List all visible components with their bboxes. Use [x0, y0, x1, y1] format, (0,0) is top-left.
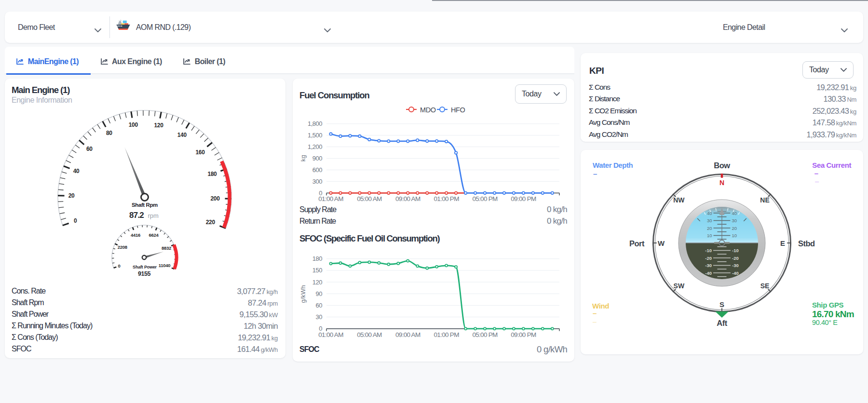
svg-text:NW: NW: [673, 196, 685, 204]
svg-text:20: 20: [68, 192, 75, 199]
svg-text:8832: 8832: [162, 245, 171, 251]
svg-text:01:00 AM: 01:00 AM: [318, 331, 343, 338]
svg-text:-10: -10: [705, 248, 712, 253]
svg-text:87.2: 87.2: [129, 211, 144, 220]
svg-text:220: 220: [206, 219, 216, 226]
svg-text:20: 20: [707, 226, 712, 231]
svg-text:-20: -20: [705, 255, 712, 261]
svg-text:60: 60: [86, 146, 93, 152]
svg-text:09:00 AM: 09:00 AM: [395, 195, 420, 202]
svg-text:60: 60: [316, 302, 323, 309]
svg-text:N: N: [719, 179, 724, 187]
svg-text:1,500: 1,500: [308, 132, 322, 139]
svg-text:-40: -40: [732, 270, 739, 276]
svg-text:09:00 AM: 09:00 AM: [395, 331, 420, 338]
svg-text:E: E: [780, 239, 785, 247]
svg-text:Shaft Rpm: Shaft Rpm: [132, 202, 158, 208]
svg-text:NE: NE: [760, 196, 769, 204]
svg-text:05:00 AM: 05:00 AM: [357, 195, 382, 202]
svg-text:10: 10: [732, 233, 737, 238]
svg-text:120: 120: [154, 122, 163, 129]
svg-text:09:00 PM: 09:00 PM: [511, 195, 536, 202]
svg-text:W: W: [658, 239, 665, 247]
svg-text:-30: -30: [705, 263, 712, 268]
svg-text:SE: SE: [760, 282, 770, 290]
svg-text:40: 40: [73, 168, 80, 175]
svg-text:05:00 PM: 05:00 PM: [472, 331, 498, 338]
svg-text:0: 0: [118, 263, 121, 269]
svg-text:05:00 PM: 05:00 PM: [472, 195, 498, 202]
svg-text:S: S: [719, 300, 724, 309]
svg-text:80: 80: [106, 130, 112, 136]
svg-text:SW: SW: [674, 282, 685, 290]
svg-text:09:00 PM: 09:00 PM: [511, 331, 536, 338]
svg-text:90: 90: [316, 290, 323, 297]
svg-text:100: 100: [129, 121, 138, 128]
svg-text:Shaft Power: Shaft Power: [133, 265, 157, 269]
svg-text:rpm: rpm: [148, 212, 159, 219]
svg-text:-30: -30: [732, 263, 739, 268]
svg-text:2208: 2208: [118, 244, 127, 250]
svg-text:30: 30: [316, 313, 323, 321]
svg-text:6624: 6624: [149, 232, 159, 238]
svg-text:40: 40: [732, 211, 737, 216]
svg-text:180: 180: [207, 171, 217, 177]
svg-text:g/kWh: g/kWh: [299, 285, 307, 303]
svg-text:120: 120: [312, 279, 322, 286]
svg-text:01:00 PM: 01:00 PM: [434, 195, 460, 202]
svg-text:30: 30: [707, 218, 712, 223]
svg-text:140: 140: [177, 132, 187, 138]
svg-text:-10: -10: [732, 248, 739, 253]
svg-text:40: 40: [707, 211, 712, 216]
svg-text:11040: 11040: [159, 263, 170, 268]
svg-text:9155: 9155: [138, 270, 151, 277]
svg-text:kg: kg: [299, 155, 307, 161]
svg-text:150: 150: [312, 267, 322, 274]
svg-text:01:00 AM: 01:00 AM: [318, 195, 343, 202]
svg-text:900: 900: [312, 155, 322, 162]
svg-text:160: 160: [195, 149, 205, 156]
svg-text:200: 200: [210, 195, 220, 202]
svg-text:05:00 AM: 05:00 AM: [357, 331, 382, 338]
svg-text:1,200: 1,200: [308, 143, 322, 150]
svg-text:MDO: MDO: [420, 106, 436, 114]
svg-text:0: 0: [74, 217, 77, 224]
svg-text:-40: -40: [705, 270, 712, 276]
svg-text:HFO: HFO: [451, 106, 465, 114]
svg-text:600: 600: [312, 166, 322, 174]
svg-text:-20: -20: [732, 255, 739, 261]
svg-text:180: 180: [312, 255, 322, 262]
svg-text:20: 20: [732, 226, 737, 231]
svg-text:30: 30: [732, 218, 737, 223]
svg-text:01:00 PM: 01:00 PM: [434, 331, 460, 338]
svg-text:4416: 4416: [131, 232, 140, 238]
svg-text:1,800: 1,800: [308, 120, 322, 127]
svg-text:300: 300: [312, 178, 322, 185]
svg-text:10: 10: [707, 233, 712, 238]
